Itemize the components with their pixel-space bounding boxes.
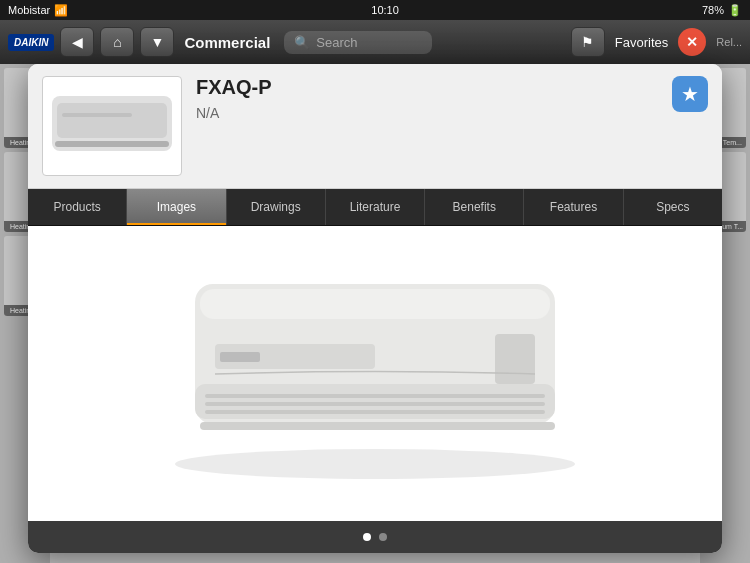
favorites-label: Favorites (615, 35, 668, 50)
wifi-icon: 📶 (54, 4, 68, 17)
svg-rect-5 (200, 289, 550, 319)
pagination-bar (28, 521, 722, 553)
nav-title: Commercial (184, 34, 270, 51)
chevron-left-icon: ◀ (72, 34, 83, 50)
battery-icon: 🔋 (728, 4, 742, 17)
svg-rect-2 (55, 141, 169, 147)
product-title: FXAQ-P (196, 76, 708, 99)
svg-point-14 (175, 449, 575, 479)
filter-icon: ▼ (151, 34, 165, 50)
ac-unit-image (135, 244, 615, 504)
product-modal: FXAQ-P N/A ★ Products Images Drawings Li… (28, 64, 722, 553)
battery-label: 78% (702, 4, 724, 16)
close-icon: ✕ (686, 34, 698, 50)
favorite-star-button[interactable]: ★ (672, 76, 708, 112)
product-subtitle: N/A (196, 105, 708, 121)
search-icon: 🔍 (294, 35, 310, 50)
svg-rect-1 (57, 103, 167, 138)
tab-specs[interactable]: Specs (624, 189, 722, 225)
tab-features[interactable]: Features (524, 189, 623, 225)
reload-label: Rel... (716, 36, 742, 48)
svg-rect-7 (205, 394, 545, 398)
svg-rect-8 (205, 402, 545, 406)
status-bar: Mobistar 📶 10:10 78% 🔋 (0, 0, 750, 20)
home-icon: ⌂ (113, 34, 121, 50)
back-button[interactable]: ◀ (60, 27, 94, 57)
svg-rect-11 (220, 352, 260, 362)
modal-header: FXAQ-P N/A ★ (28, 64, 722, 189)
tab-drawings[interactable]: Drawings (227, 189, 326, 225)
search-bar[interactable]: 🔍 (284, 31, 431, 54)
flag-icon: ⚑ (581, 34, 594, 50)
tab-literature[interactable]: Literature (326, 189, 425, 225)
flag-button[interactable]: ⚑ (571, 27, 605, 57)
tab-bar: Products Images Drawings Literature Bene… (28, 189, 722, 226)
status-right: 78% 🔋 (702, 4, 742, 17)
svg-rect-13 (200, 422, 555, 430)
pagination-dot-1 (363, 533, 371, 541)
home-button[interactable]: ⌂ (100, 27, 134, 57)
star-icon: ★ (681, 82, 699, 106)
filter-button[interactable]: ▼ (140, 27, 174, 57)
carrier-label: Mobistar (8, 4, 50, 16)
svg-rect-9 (205, 410, 545, 414)
product-thumbnail (42, 76, 182, 176)
daikin-logo: DAIKIN (8, 34, 54, 51)
time-label: 10:10 (371, 4, 399, 16)
tab-products[interactable]: Products (28, 189, 127, 225)
pagination-dot-2 (379, 533, 387, 541)
thumbnail-image (47, 81, 177, 171)
modal-body (28, 226, 722, 521)
tab-benefits[interactable]: Benefits (425, 189, 524, 225)
svg-rect-12 (495, 334, 535, 384)
status-left: Mobistar 📶 (8, 4, 68, 17)
svg-rect-3 (62, 113, 132, 117)
tab-images[interactable]: Images (127, 189, 226, 225)
nav-bar: DAIKIN ◀ ⌂ ▼ Commercial 🔍 ⚑ Favorites ✕ … (0, 20, 750, 64)
close-button[interactable]: ✕ (678, 28, 706, 56)
search-input[interactable] (316, 35, 421, 50)
modal-info: FXAQ-P N/A (196, 76, 708, 121)
